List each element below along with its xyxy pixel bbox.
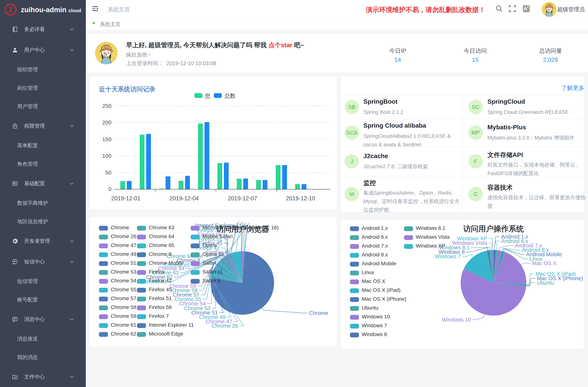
svg-text:Z: Z [8, 6, 13, 13]
